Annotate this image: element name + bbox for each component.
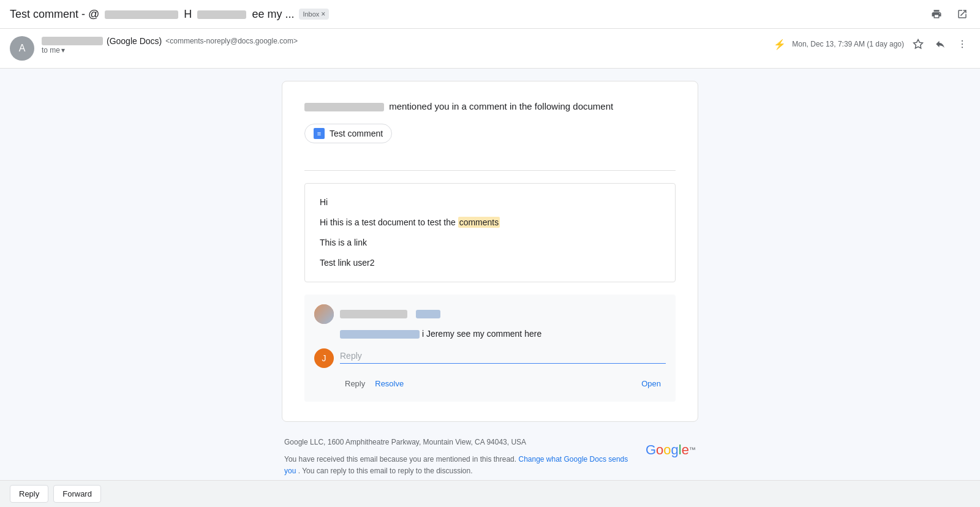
doc-line2: Hi this is a test document to test the c…: [320, 216, 660, 229]
open-button[interactable]: Open: [636, 375, 666, 392]
footer-text-part1: You have received this email because you…: [284, 455, 516, 464]
google-logo: Google™: [646, 439, 696, 460]
reply-action-label: Reply: [345, 379, 365, 388]
sender-name-blurred: [42, 37, 103, 45]
divider: [304, 170, 676, 171]
bottom-forward-button[interactable]: Forward: [53, 485, 101, 489]
more-options-button[interactable]: [954, 36, 970, 52]
mention-text: mentioned you in a comment in the follow…: [304, 101, 676, 111]
doc-title: Test comment: [330, 129, 383, 138]
header-actions: [929, 6, 970, 22]
svg-point-2: [962, 47, 963, 48]
sender-avatar: A: [10, 36, 34, 61]
sender-name-row: (Google Docs) <comments-noreply@docs.goo…: [42, 36, 766, 46]
reply-user-avatar: J: [314, 348, 334, 368]
doc-line3: This is a link: [320, 236, 660, 249]
doc-line1: Hi: [320, 196, 660, 209]
comment-avatar-img: [314, 304, 334, 324]
subject-blurred2: [197, 10, 246, 19]
google-g: G: [646, 439, 656, 460]
email-subject-area: Test comment - @ H ee my ... Inbox ×: [10, 8, 924, 21]
email-body: mentioned you in a comment in the follow…: [0, 69, 980, 489]
smart-reply-icon: ⚡: [774, 39, 786, 50]
email-footer: Google LLC, 1600 Amphitheatre Parkway, M…: [282, 437, 698, 477]
google-tm: ™: [689, 445, 696, 456]
open-label: Open: [641, 379, 661, 388]
google-o1: o: [656, 439, 663, 460]
comment-section: i Jeremy see my comment here J Reply Res…: [304, 295, 676, 402]
subject-part1: Test comment - @: [10, 8, 99, 20]
comment-user-row: [314, 304, 666, 324]
doc-preview: Hi Hi this is a test document to test th…: [304, 183, 676, 282]
google-e: e: [682, 439, 689, 460]
content-card: mentioned you in a comment in the follow…: [282, 81, 698, 422]
doc-line1-text: Hi: [320, 197, 328, 207]
doc-icon: ≡: [314, 128, 325, 139]
footer-text-part2: . You can reply to this email to reply t…: [298, 467, 473, 475]
resolve-button[interactable]: Resolve: [370, 375, 409, 392]
comment-mention-blurred: [340, 330, 420, 339]
svg-point-0: [962, 40, 963, 42]
to-label: to me: [42, 46, 60, 54]
to-me-dropdown[interactable]: to me ▾: [42, 46, 766, 54]
comment-body: i Jeremy see my comment here: [422, 329, 541, 339]
timestamp: Mon, Dec 13, 7:39 AM (1 day ago): [792, 40, 904, 48]
doc-highlight: comments: [458, 217, 500, 228]
subject-part2: H: [184, 8, 192, 20]
doc-line3-text: This is a link: [320, 238, 367, 247]
comment-badge-blurred: [416, 310, 440, 318]
reply-area: J: [314, 348, 666, 368]
popout-button[interactable]: [954, 6, 970, 22]
sender-row: A (Google Docs) <comments-noreply@docs.g…: [0, 29, 980, 69]
doc-line4: Test link user2: [320, 257, 660, 269]
resolve-label: Resolve: [375, 379, 404, 388]
sender-initial: A: [19, 43, 26, 54]
inbox-close-icon[interactable]: ×: [321, 10, 325, 18]
google-o2: o: [663, 439, 671, 460]
subject-blurred: [105, 10, 178, 19]
comment-actions: Reply Resolve Open: [340, 375, 666, 392]
reply-button[interactable]: [932, 36, 948, 52]
comment-author-blurred: [340, 310, 407, 318]
inbox-badge: Inbox ×: [299, 9, 329, 20]
footer-address: Google LLC, 1600 Amphitheatre Parkway, M…: [284, 437, 631, 448]
timestamp-area: ⚡ Mon, Dec 13, 7:39 AM (1 day ago): [774, 36, 970, 52]
reply-input[interactable]: [340, 348, 666, 364]
svg-point-1: [962, 43, 963, 45]
doc-line2-start: Hi this is a test document to test the: [320, 217, 458, 227]
sender-email: <comments-noreply@docs.google.com>: [165, 37, 298, 45]
print-button[interactable]: [929, 6, 944, 22]
subject-part3: ee my ...: [252, 8, 294, 20]
doc-link-button[interactable]: ≡ Test comment: [304, 124, 392, 143]
comment-avatar: [314, 304, 334, 324]
sender-info: (Google Docs) <comments-noreply@docs.goo…: [42, 36, 766, 54]
comment-text: i Jeremy see my comment here: [340, 329, 666, 339]
doc-line4-text: Test link user2: [320, 258, 374, 268]
chevron-down-icon: ▾: [61, 46, 65, 54]
mention-intro: mentioned you in a comment in the follow…: [389, 101, 613, 111]
sender-service: (Google Docs): [107, 36, 162, 46]
subject-text: Test comment - @ H ee my ...: [10, 8, 294, 21]
footer-text: Google LLC, 1600 Amphitheatre Parkway, M…: [284, 437, 696, 477]
inbox-label: Inbox: [303, 10, 319, 18]
email-header: Test comment - @ H ee my ... Inbox ×: [0, 0, 980, 29]
reply-input-container: [340, 348, 666, 364]
reply-action-button[interactable]: Reply: [340, 375, 370, 392]
footer-left: Google LLC, 1600 Amphitheatre Parkway, M…: [284, 437, 631, 477]
bottom-bar: Reply Forward: [0, 480, 980, 489]
star-button[interactable]: [910, 36, 926, 52]
google-g2: g: [671, 439, 679, 460]
mention-name-blurred: [304, 103, 384, 111]
bottom-reply-button[interactable]: Reply: [10, 485, 48, 489]
